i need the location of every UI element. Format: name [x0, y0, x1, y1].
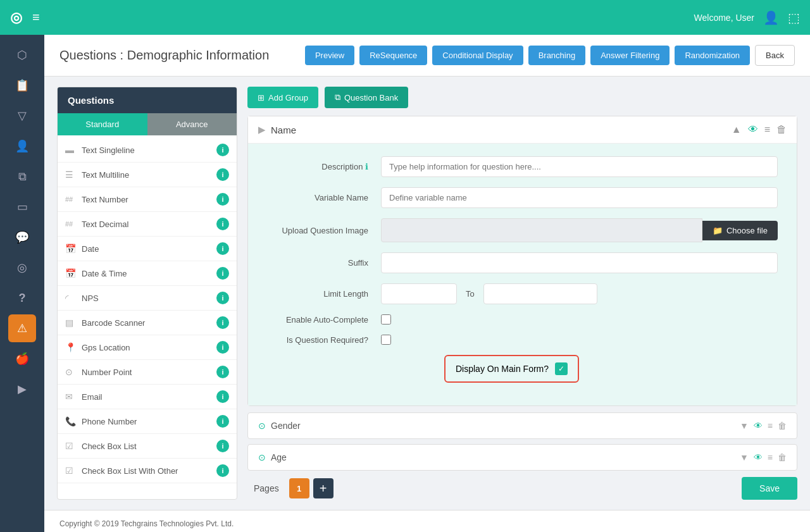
suffix-input[interactable]	[381, 252, 778, 273]
question-item-left: ▬ Text Singleline	[65, 145, 135, 155]
pages-footer: Pages 1 + Save	[247, 477, 797, 500]
suffix-label: Suffix	[267, 258, 381, 268]
limit-to-label: To	[462, 289, 478, 299]
choose-file-button[interactable]: 📁 Choose file	[702, 221, 778, 240]
sidebar-icon-person[interactable]: 👤	[8, 132, 36, 160]
gender-eye-icon[interactable]: 👁	[754, 421, 763, 431]
name-card-list-icon[interactable]: ≡	[764, 124, 770, 135]
sidebar-icon-warning[interactable]: ⚠	[8, 314, 36, 342]
info-btn-date-time[interactable]: i	[216, 267, 229, 280]
randomization-button[interactable]: Randomization	[675, 46, 750, 65]
menu-icon[interactable]: ≡	[32, 10, 40, 25]
tab-advance[interactable]: Advance	[147, 113, 237, 135]
checkbox-icon: ☑	[65, 441, 77, 451]
sidebar-icon-tablet[interactable]: ▭	[8, 193, 36, 221]
list-item-text-multiline[interactable]: ☰ Text Multiline i	[58, 163, 237, 187]
description-row: Type help information for question here.…	[267, 156, 778, 177]
question-bank-button[interactable]: ⧉ Question Bank	[325, 87, 408, 108]
page-header: Questions : Demographic Information Prev…	[44, 35, 810, 77]
user-icon[interactable]: 👤	[763, 10, 779, 25]
sidebar-icon-play[interactable]: ▶	[8, 375, 36, 403]
conditional-display-button[interactable]: Conditional Display	[432, 46, 523, 65]
age-list-icon[interactable]: ≡	[768, 452, 773, 462]
info-btn-nps[interactable]: i	[216, 292, 229, 304]
upload-label: Upload Question Image	[267, 226, 381, 235]
question-label-text-decimal: Text Decimal	[82, 220, 128, 229]
list-item-text-decimal[interactable]: ## Text Decimal i	[58, 212, 237, 237]
sidebar-icon-help[interactable]: ?	[8, 284, 36, 312]
sidebar-icon-chat[interactable]: 💬	[8, 223, 36, 251]
back-button[interactable]: Back	[755, 45, 795, 66]
sidebar-icon-filter[interactable]: ▽	[8, 102, 36, 130]
branching-button[interactable]: Branching	[528, 46, 586, 65]
required-label: Is Question Required?	[267, 335, 381, 345]
sidebar-icon-book[interactable]: 📋	[8, 71, 36, 99]
info-btn-gps[interactable]: i	[216, 341, 229, 354]
tab-standard[interactable]: Standard	[58, 113, 147, 135]
list-item-date[interactable]: 📅 Date i	[58, 237, 237, 261]
info-btn-barcode[interactable]: i	[216, 316, 229, 329]
description-input[interactable]	[381, 156, 778, 177]
preview-button[interactable]: Preview	[305, 46, 354, 65]
info-btn-checkbox-other[interactable]: i	[216, 464, 229, 477]
list-item-email[interactable]: ✉ Email i	[58, 385, 237, 409]
topnav-right: Welcome, User 👤 ⬚	[694, 10, 800, 25]
info-btn-text-multiline[interactable]: i	[216, 168, 229, 181]
autocomplete-checkbox[interactable]	[381, 314, 391, 325]
name-card-eye-icon[interactable]: 👁	[748, 124, 758, 135]
list-item-text-singleline[interactable]: ▬ Text Singleline i	[58, 138, 237, 163]
question-label-gps: Gps Location	[82, 343, 130, 352]
question-label-nps: NPS	[82, 294, 99, 303]
list-item-number-point[interactable]: ⊙ Number Point i	[58, 360, 237, 385]
limit-from-input[interactable]	[381, 283, 457, 304]
number-point-icon: ⊙	[65, 367, 77, 377]
list-item-gps[interactable]: 📍 Gps Location i	[58, 335, 237, 360]
gender-delete-icon[interactable]: 🗑	[778, 421, 787, 431]
list-item-checkbox-other[interactable]: ☑ Check Box List With Other i	[58, 459, 237, 483]
list-item-date-time[interactable]: 📅 Date & Time i	[58, 261, 237, 286]
list-item-text-number[interactable]: ## Text Number i	[58, 187, 237, 212]
save-button[interactable]: Save	[742, 477, 797, 500]
list-item-nps[interactable]: ◜ NPS i	[58, 286, 237, 311]
info-btn-text-number[interactable]: i	[216, 193, 229, 206]
display-main-form-highlight: Display On Main Form? ✓	[444, 355, 579, 383]
variable-name-input[interactable]	[381, 187, 778, 208]
display-main-form-checkbox[interactable]: ✓	[555, 362, 568, 375]
required-checkbox[interactable]	[381, 335, 391, 345]
limit-to-input[interactable]	[483, 283, 597, 304]
info-btn-date[interactable]: i	[216, 242, 229, 255]
list-item-barcode[interactable]: ▤ Barcode Scanner i	[58, 311, 237, 335]
sidebar-icon-layers[interactable]: ⧉	[8, 163, 36, 190]
age-down-icon[interactable]: ▼	[740, 452, 749, 462]
add-group-button[interactable]: ⊞ Add Group	[247, 87, 318, 108]
sidebar-icon-globe[interactable]: ◎	[8, 254, 36, 281]
list-item-phone[interactable]: 📞 Phone Number i	[58, 409, 237, 434]
sidebar-icon-dashboard[interactable]: ⬡	[8, 41, 36, 69]
answer-filtering-button[interactable]: Answer Filtering	[590, 46, 670, 65]
page-number-1[interactable]: 1	[289, 478, 309, 498]
variable-name-row: Variable Name	[267, 187, 778, 208]
info-btn-text-decimal[interactable]: i	[216, 218, 229, 230]
name-card-up-icon[interactable]: ▲	[732, 124, 742, 135]
gender-list-icon[interactable]: ≡	[768, 421, 773, 431]
age-delete-icon[interactable]: 🗑	[778, 452, 787, 462]
name-card-delete-icon[interactable]: 🗑	[776, 124, 787, 135]
info-btn-email[interactable]: i	[216, 390, 229, 403]
info-btn-text-singleline[interactable]: i	[216, 144, 229, 156]
info-btn-phone[interactable]: i	[216, 415, 229, 428]
add-page-button[interactable]: +	[313, 478, 333, 498]
gender-title: Gender	[271, 421, 301, 431]
questions-tabs: Standard Advance	[58, 113, 237, 135]
content-area: Questions Standard Advance ▬ Text Single…	[44, 77, 810, 510]
sidebar-icon-apple[interactable]: 🍎	[8, 345, 36, 373]
main-wrapper: Questions : Demographic Information Prev…	[44, 35, 810, 532]
logout-icon[interactable]: ⬚	[788, 10, 800, 25]
info-btn-checkbox[interactable]: i	[216, 440, 229, 452]
resequence-button[interactable]: ReSequence	[359, 46, 427, 65]
gender-down-icon[interactable]: ▼	[740, 421, 749, 431]
name-card-header: ▶ Name ▲ 👁 ≡ 🗑	[248, 116, 797, 144]
age-eye-icon[interactable]: 👁	[754, 452, 763, 462]
list-item-checkbox[interactable]: ☑ Check Box List i	[58, 434, 237, 459]
info-btn-number-point[interactable]: i	[216, 366, 229, 378]
gender-card: ⊙ Gender ▼ 👁 ≡ 🗑	[247, 412, 797, 439]
